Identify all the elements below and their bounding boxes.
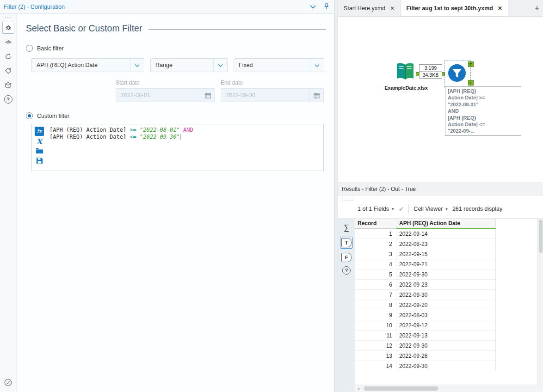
drag-handle-dots-icon: ···: [5, 15, 12, 19]
pin-icon[interactable]: [323, 3, 330, 11]
annotation-line: Action Date] <=: [448, 121, 518, 128]
true-output-tab[interactable]: T: [341, 238, 352, 247]
record-cell: 6: [355, 280, 396, 290]
expression-code[interactable]: [APH (REQ) Action Date] >= "2022-08-01" …: [47, 124, 323, 171]
help-icon[interactable]: ?: [2, 93, 14, 105]
horizontal-scrollbar[interactable]: ‹: [355, 385, 543, 392]
false-output-anchor[interactable]: F: [468, 80, 474, 86]
annotation-line: [APH (REQ): [448, 88, 518, 94]
table-row[interactable]: 112022-09-13: [355, 331, 543, 341]
table-row[interactable]: 52022-09-30: [355, 270, 543, 280]
chevron-down-icon[interactable]: [310, 59, 324, 72]
operator-dropdown[interactable]: Range: [150, 58, 228, 72]
panel-splitter[interactable]: [334, 0, 338, 392]
fields-dropdown-value: 1 of 1 Fields: [358, 206, 389, 212]
scrollbar-thumb[interactable]: [364, 386, 438, 391]
chevron-down-icon[interactable]: [213, 59, 227, 72]
true-output-tab-selected[interactable]: T: [340, 237, 353, 249]
scroll-left-arrow-icon[interactable]: ‹: [355, 386, 363, 392]
scrollbar-thumb[interactable]: [539, 220, 543, 253]
new-tab-button[interactable]: +: [531, 0, 543, 16]
date-cell: 2022-09-14: [396, 229, 496, 239]
package-icon[interactable]: [2, 79, 14, 91]
sum-sigma-icon[interactable]: ∑: [344, 223, 349, 233]
drag-handle-dots-icon[interactable]: ············: [342, 197, 354, 202]
table-row[interactable]: 102022-09-12: [355, 320, 543, 331]
tab-start-here[interactable]: Start Here.yxmd ✕: [338, 0, 401, 16]
workflow-area: Start Here.yxmd ✕ Filter aug 1st to sept…: [338, 0, 543, 392]
basic-filter-option[interactable]: Basic filter: [26, 45, 326, 52]
custom-filter-radio[interactable]: [26, 112, 33, 119]
expr-operator-token: >=: [130, 127, 140, 133]
operator-dropdown-value: Range: [151, 62, 213, 68]
basic-filter-radio[interactable]: [26, 45, 33, 52]
close-icon[interactable]: ✕: [390, 5, 395, 12]
input-data-tool[interactable]: [395, 62, 416, 83]
table-row[interactable]: 72022-09-30: [355, 290, 543, 300]
false-output-tab[interactable]: F: [341, 253, 352, 262]
collapse-chevron-icon[interactable]: [310, 4, 316, 10]
table-row[interactable]: 142022-09-30: [355, 361, 543, 371]
table-row[interactable]: 42022-09-21: [355, 259, 543, 270]
date-cell: 2022-09-12: [396, 320, 496, 331]
column-header-date[interactable]: APH (REQ) Action Date: [396, 219, 496, 229]
save-icon[interactable]: [36, 157, 43, 165]
vertical-scrollbar[interactable]: [537, 219, 543, 385]
record-cell: 1: [355, 229, 396, 239]
filter-configuration-content: Select Basic or Custom Filter Basic filt…: [17, 14, 334, 392]
expr-operator-token: <=: [130, 134, 140, 140]
cell-viewer-dropdown[interactable]: Cell Viewer ▾: [413, 206, 448, 212]
column-header-record[interactable]: Record: [355, 219, 396, 229]
expression-editor[interactable]: fx X [APH (REQ) Action Date] >= "2022-08…: [31, 124, 324, 171]
cell-viewer-label: Cell Viewer: [413, 206, 443, 212]
date-cell: 2022-09-21: [396, 259, 496, 270]
mode-dropdown[interactable]: Fixed: [234, 58, 324, 72]
workflow-tab-bar: Start Here.yxmd ✕ Filter aug 1st to sept…: [338, 0, 543, 17]
check-circle-icon: [2, 376, 14, 388]
table-row[interactable]: 12022-09-14: [355, 229, 543, 239]
results-icon-strip: ∑ T F ?: [338, 219, 355, 392]
date-cell: 2022-09-30: [396, 290, 496, 300]
expression-editor-toolbar: fx X: [32, 124, 47, 171]
apply-check-icon[interactable]: ✔: [399, 205, 404, 213]
table-row[interactable]: 132022-09-26: [355, 351, 543, 361]
custom-filter-option[interactable]: Custom filter: [26, 112, 326, 119]
configuration-gear-icon[interactable]: [2, 22, 14, 34]
tab-filter-workflow[interactable]: Filter aug 1st to sept 30th.yxmd ✕: [401, 0, 508, 16]
table-row[interactable]: 22022-08-23: [355, 239, 543, 249]
close-icon[interactable]: ✕: [498, 5, 502, 12]
alteryx-designer-window: Filter (2) - Configuration ··· </>: [0, 0, 543, 392]
filter-tool-annotation[interactable]: [APH (REQ) Action Date] >= "2022-08-01" …: [445, 86, 521, 136]
start-date-input[interactable]: 2022-08-01: [116, 88, 215, 102]
chevron-down-icon[interactable]: [130, 59, 144, 72]
fields-dropdown[interactable]: 1 of 1 Fields ▾: [358, 206, 394, 212]
start-date-label: Start date: [116, 80, 221, 86]
table-row[interactable]: 92022-08-03: [355, 310, 543, 320]
code-editor-icon[interactable]: </>: [2, 36, 14, 48]
workflow-canvas[interactable]: ExampleDate.xlsx 3,199 34.3KB T F [APH (…: [338, 17, 543, 183]
end-date-input[interactable]: 2022-09-30: [221, 88, 324, 102]
table-row[interactable]: 62022-09-23: [355, 280, 543, 290]
annotation-line: AND: [448, 108, 518, 114]
variables-x-icon[interactable]: X: [37, 138, 42, 146]
true-output-anchor[interactable]: T: [468, 61, 474, 67]
filter-tool[interactable]: [448, 64, 466, 82]
record-cell: 11: [355, 331, 396, 341]
start-date-value: 2022-08-01: [116, 92, 201, 98]
configuration-panel: Filter (2) - Configuration ··· </>: [0, 0, 334, 392]
table-row[interactable]: 82022-09-20: [355, 300, 543, 310]
help-icon[interactable]: ?: [342, 266, 351, 275]
record-count: 3,199: [420, 65, 442, 72]
record-cell: 8: [355, 300, 396, 310]
calendar-icon[interactable]: [309, 89, 323, 102]
table-row[interactable]: 122022-09-30: [355, 341, 543, 351]
field-dropdown[interactable]: APH (REQ) Action Date: [31, 58, 144, 72]
calendar-icon[interactable]: [201, 89, 215, 102]
functions-fx-icon[interactable]: fx: [35, 127, 44, 136]
expr-string-token: "2022-09-30": [140, 134, 180, 140]
workflow-refresh-icon[interactable]: [2, 50, 14, 62]
date-cell: 2022-08-23: [396, 239, 496, 249]
tag-icon[interactable]: [2, 65, 14, 77]
open-folder-icon[interactable]: [36, 147, 43, 155]
table-row[interactable]: 32022-09-15: [355, 249, 543, 259]
